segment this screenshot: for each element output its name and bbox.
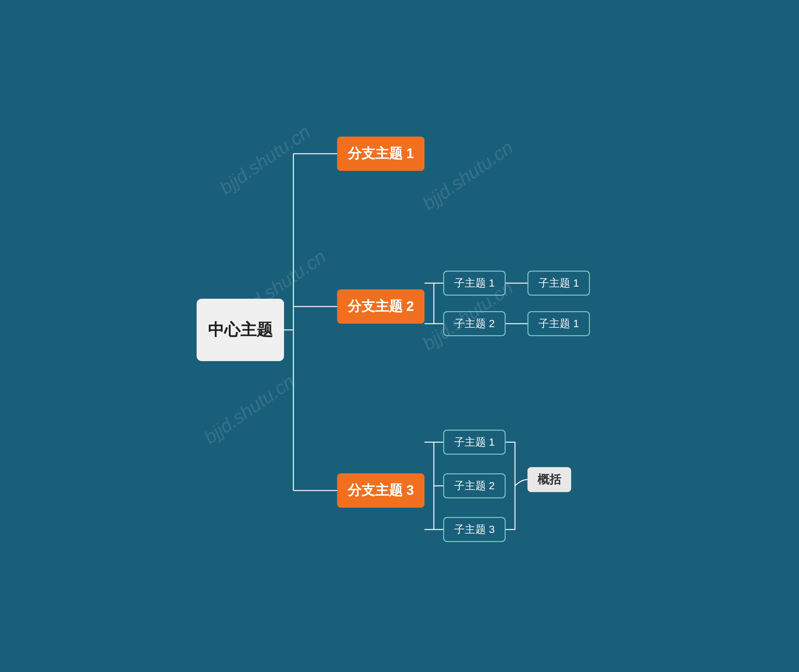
branch-2-node: 分支主题 2 xyxy=(337,290,425,324)
branch-1-label: 分支主题 1 xyxy=(348,144,414,163)
branch2-subsub2-label: 子主题 1 xyxy=(538,317,579,331)
branch-3-label: 分支主题 3 xyxy=(348,481,414,499)
branch2-subsub2-node: 子主题 1 xyxy=(528,311,590,336)
branch2-sub1-label: 子主题 1 xyxy=(454,276,495,290)
center-node-label: 中心主题 xyxy=(208,319,273,341)
branch3-sub2-node: 子主题 2 xyxy=(443,474,505,498)
mind-map: bjjd.shutu.cn bjjd.shutu.cn bjjd.shutu.c… xyxy=(197,87,602,586)
branch3-sub2-label: 子主题 2 xyxy=(454,478,495,493)
branch2-subsub1-node: 子主题 1 xyxy=(528,271,590,296)
branch2-subsub1-label: 子主题 1 xyxy=(538,276,579,290)
center-node: 中心主题 xyxy=(197,299,284,361)
branch3-sub1-node: 子主题 1 xyxy=(443,430,505,454)
branch2-sub2-node: 子主题 2 xyxy=(443,311,505,336)
branch-3-node: 分支主题 3 xyxy=(337,474,425,508)
branch3-sub3-label: 子主题 3 xyxy=(454,522,495,537)
branch-1-node: 分支主题 1 xyxy=(337,137,425,171)
branch-2-label: 分支主题 2 xyxy=(348,297,414,315)
summary-node-label: 概括 xyxy=(537,472,561,487)
branch2-sub2-label: 子主题 2 xyxy=(454,317,495,331)
branch3-sub3-node: 子主题 3 xyxy=(443,517,505,542)
branch3-sub1-label: 子主题 1 xyxy=(454,435,495,450)
branch2-sub1-node: 子主题 1 xyxy=(443,271,505,296)
summary-node: 概括 xyxy=(528,467,571,492)
